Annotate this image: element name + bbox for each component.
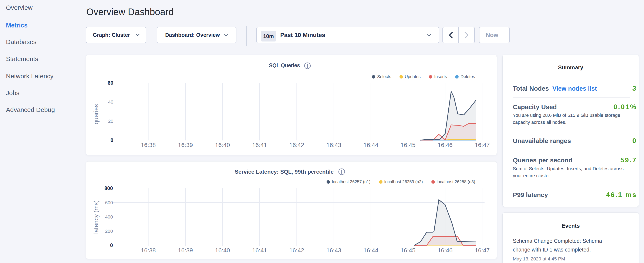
svg-text:600: 600 [105, 200, 113, 205]
svg-text:16:39: 16:39 [178, 247, 193, 254]
svg-text:16:44: 16:44 [363, 247, 378, 254]
svg-text:queries: queries [93, 104, 100, 124]
svg-text:400: 400 [105, 214, 113, 220]
svg-text:16:41: 16:41 [252, 142, 267, 148]
svg-text:16:47: 16:47 [475, 247, 490, 254]
svg-text:16:45: 16:45 [400, 247, 416, 254]
svg-text:40: 40 [108, 99, 113, 105]
svg-text:latency (ms): latency (ms) [93, 200, 100, 234]
svg-text:16:38: 16:38 [141, 142, 156, 148]
svg-text:20: 20 [108, 119, 113, 124]
svg-text:16:42: 16:42 [289, 247, 304, 254]
svg-text:16:39: 16:39 [178, 142, 193, 148]
svg-text:60: 60 [108, 80, 113, 86]
svg-text:200: 200 [105, 228, 113, 234]
svg-text:0: 0 [110, 137, 113, 143]
svg-text:16:44: 16:44 [363, 142, 378, 148]
svg-text:16:42: 16:42 [289, 142, 304, 148]
svg-text:16:43: 16:43 [326, 142, 341, 148]
svg-text:16:41: 16:41 [252, 247, 267, 254]
svg-text:16:47: 16:47 [475, 142, 490, 148]
svg-text:0: 0 [110, 242, 113, 248]
svg-text:16:45: 16:45 [400, 142, 416, 148]
svg-text:16:40: 16:40 [215, 247, 230, 254]
svg-text:16:43: 16:43 [326, 247, 341, 254]
svg-text:16:38: 16:38 [141, 247, 156, 254]
svg-text:16:40: 16:40 [215, 142, 230, 148]
svg-text:800: 800 [104, 185, 113, 191]
svg-text:16:46: 16:46 [438, 142, 452, 148]
svg-text:16:46: 16:46 [438, 247, 452, 254]
